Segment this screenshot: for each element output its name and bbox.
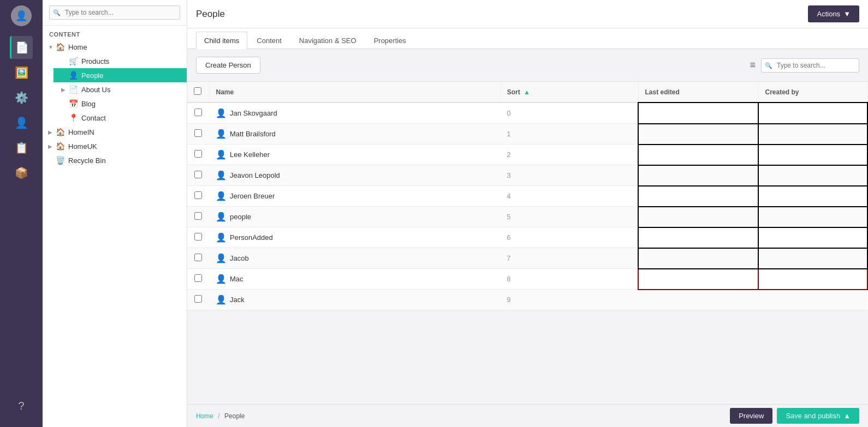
row-checkbox[interactable] <box>194 109 202 116</box>
row-name-cell[interactable]: 👤 PersonAdded <box>209 227 500 248</box>
table-row[interactable]: 👤 Jeavon Leopold 3 <box>187 165 867 186</box>
tree-node-recycle-bin[interactable]: 🗑️ Recycle Bin <box>43 153 187 167</box>
icon-rail: 👤 📄 🖼️ ⚙️ 👤 📋 📦 ? <box>0 0 43 427</box>
tree-label-homeuk: HomeUK <box>68 142 182 151</box>
chevron-right-icon: ▶ <box>48 143 56 149</box>
row-created-by-cell <box>758 103 867 124</box>
tree-node-home[interactable]: ▼ 🏠 Home <box>43 40 187 54</box>
table-row[interactable]: 👤 Jack 9 <box>187 290 867 310</box>
person-name-label: Mac <box>230 275 243 283</box>
home-icon: 🏠 <box>56 43 65 51</box>
rail-forms-icon[interactable]: 📋 <box>10 136 33 159</box>
tree-children-home: 🛒 Products 👤 People ▶ 📄 About Us 📅 Blog … <box>43 54 187 125</box>
blog-icon: 📅 <box>69 99 78 108</box>
bottom-actions: Preview Save and publish ▲ <box>730 408 859 424</box>
col-header-last-edited[interactable]: Last edited <box>638 82 758 103</box>
person-name-label: Jacob <box>230 254 249 262</box>
table-row[interactable]: 👤 Jeroen Breuer 4 <box>187 186 867 207</box>
table-row[interactable]: 👤 PersonAdded 6 <box>187 227 867 248</box>
table-row[interactable]: 👤 Matt Brailsford 1 <box>187 124 867 145</box>
row-name-cell[interactable]: 👤 Lee Kelleher <box>209 145 500 165</box>
row-name-cell[interactable]: 👤 Jacob <box>209 248 500 269</box>
save-publish-button[interactable]: Save and publish ▲ <box>777 408 859 424</box>
person-name-label: Matt Brailsford <box>230 130 276 138</box>
bottom-bar: Home / People Preview Save and publish ▲ <box>187 404 868 427</box>
row-last-edited-cell <box>638 227 758 248</box>
row-checkbox[interactable] <box>194 191 202 199</box>
person-icon: 👤 <box>216 232 227 243</box>
chevron-right-icon: ▶ <box>61 87 69 93</box>
row-checkbox[interactable] <box>194 254 202 261</box>
toolbar-right: ≡ <box>750 58 859 73</box>
row-created-by-cell <box>758 124 867 145</box>
row-name-cell[interactable]: 👤 people <box>209 207 500 227</box>
homein-icon: 🏠 <box>56 128 65 136</box>
row-name-cell[interactable]: 👤 Matt Brailsford <box>209 124 500 145</box>
row-last-edited-cell <box>638 145 758 165</box>
col-header-created-by[interactable]: Created by <box>758 82 867 103</box>
row-checkbox[interactable] <box>194 129 202 137</box>
row-created-by-cell <box>758 248 867 269</box>
create-person-button[interactable]: Create Person <box>196 57 260 74</box>
tree-node-contact[interactable]: 📍 Contact <box>53 111 187 125</box>
sort-number: 6 <box>507 233 510 242</box>
person-icon: 👤 <box>216 129 227 139</box>
table-row[interactable]: 👤 Lee Kelleher 2 <box>187 145 867 165</box>
actions-button[interactable]: Actions ▼ <box>808 5 859 22</box>
table-row[interactable]: 👤 people 5 <box>187 207 867 227</box>
row-sort-cell: 4 <box>500 186 638 207</box>
rail-content-icon[interactable]: 📄 <box>10 36 33 59</box>
select-all-checkbox[interactable] <box>194 87 201 95</box>
user-avatar[interactable]: 👤 <box>11 5 32 26</box>
row-name-cell[interactable]: 👤 Jan Skovgaard <box>209 103 500 124</box>
row-checkbox[interactable] <box>194 274 202 282</box>
table-row[interactable]: 👤 Jan Skovgaard 0 <box>187 103 867 124</box>
rail-users-icon[interactable]: 👤 <box>10 111 33 134</box>
row-checkbox-cell <box>187 290 209 310</box>
rail-packages-icon[interactable]: 📦 <box>10 161 33 184</box>
table-search-input[interactable] <box>761 58 859 73</box>
row-sort-cell: 5 <box>500 207 638 227</box>
preview-button[interactable]: Preview <box>730 408 772 424</box>
row-checkbox[interactable] <box>194 171 202 178</box>
table-search-wrapper <box>761 58 859 73</box>
sidebar-search-input[interactable] <box>49 5 180 20</box>
tree-node-homeuk[interactable]: ▶ 🏠 HomeUK <box>43 139 187 153</box>
tree-node-products[interactable]: 🛒 Products <box>53 54 187 68</box>
tree-node-homein[interactable]: ▶ 🏠 HomeIN <box>43 125 187 139</box>
tab-properties[interactable]: Properties <box>366 32 414 49</box>
tree-node-about-us[interactable]: ▶ 📄 About Us <box>53 82 187 97</box>
rail-media-icon[interactable]: 🖼️ <box>10 61 33 84</box>
row-name-cell[interactable]: 👤 Jack <box>209 290 500 310</box>
rail-help-icon[interactable]: ? <box>10 394 33 417</box>
tab-nav-seo[interactable]: Navigation & SEO <box>291 32 365 49</box>
row-checkbox[interactable] <box>194 150 202 158</box>
tab-child-items[interactable]: Child items <box>196 32 247 49</box>
sort-number: 5 <box>507 213 510 221</box>
tab-content[interactable]: Content <box>248 32 290 49</box>
rail-settings-icon[interactable]: ⚙️ <box>10 86 33 109</box>
breadcrumb: Home / People <box>196 412 245 420</box>
people-icon: 👤 <box>69 71 78 80</box>
list-view-icon[interactable]: ≡ <box>750 59 756 71</box>
sort-number: 9 <box>507 296 510 304</box>
row-name-cell[interactable]: 👤 Jeavon Leopold <box>209 165 500 186</box>
person-icon: 👤 <box>216 108 227 118</box>
table-row[interactable]: 👤 Mac 8 <box>187 269 867 290</box>
row-checkbox[interactable] <box>194 212 202 220</box>
row-created-by-cell <box>758 269 867 290</box>
tree-node-blog[interactable]: 📅 Blog <box>53 97 187 111</box>
tree-label-homein: HomeIN <box>68 128 182 136</box>
row-checkbox[interactable] <box>194 233 202 240</box>
tree-label-about-us: About Us <box>81 86 182 94</box>
row-name-cell[interactable]: 👤 Jeroen Breuer <box>209 186 500 207</box>
tree-node-people[interactable]: 👤 People <box>53 68 187 82</box>
col-header-name[interactable]: Name <box>209 82 500 103</box>
breadcrumb-home[interactable]: Home <box>196 412 213 420</box>
tree-label-blog: Blog <box>81 100 182 108</box>
row-checkbox[interactable] <box>194 295 202 303</box>
sidebar-search-wrapper <box>43 0 187 26</box>
col-header-sort[interactable]: Sort ▲ <box>500 82 638 103</box>
table-row[interactable]: 👤 Jacob 7 <box>187 248 867 269</box>
row-name-cell[interactable]: 👤 Mac <box>209 269 500 290</box>
